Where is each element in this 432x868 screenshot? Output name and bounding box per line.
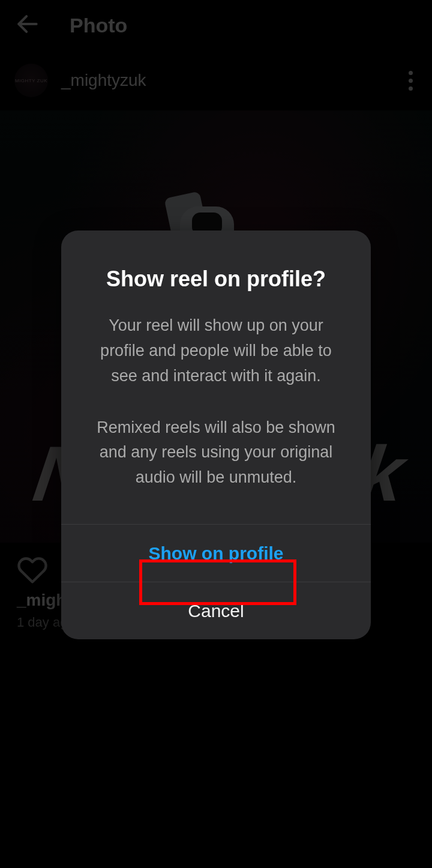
dialog-text-2: Remixed reels will also be shown and any…: [85, 415, 347, 491]
cancel-button[interactable]: Cancel: [61, 582, 371, 639]
show-on-profile-button[interactable]: Show on profile: [61, 524, 371, 582]
cancel-label: Cancel: [188, 601, 244, 621]
dialog-title: Show reel on profile?: [85, 267, 347, 292]
dialog-body: Show reel on profile? Your reel will sho…: [61, 231, 371, 524]
dialog-text-1: Your reel will show up on your profile a…: [85, 313, 347, 389]
show-on-profile-label: Show on profile: [149, 543, 284, 564]
confirm-dialog: Show reel on profile? Your reel will sho…: [61, 231, 371, 639]
